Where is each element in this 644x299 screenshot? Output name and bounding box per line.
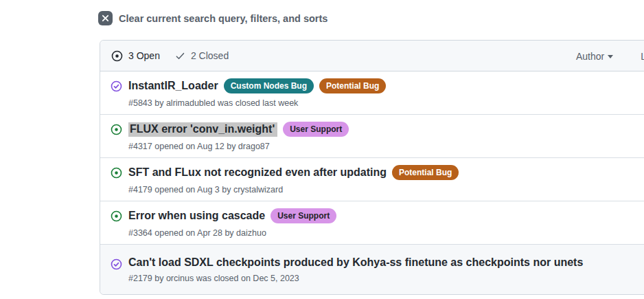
issue-title-link[interactable]: Error when using cascade: [128, 210, 265, 222]
issue-row[interactable]: InstantIR_Loader Custom Nodes Bug Potent…: [100, 71, 644, 115]
issue-row[interactable]: SFT and FLux not recognized even after u…: [100, 158, 644, 201]
clear-filters-label: Clear current search query, filters, and…: [119, 13, 327, 24]
issue-closed-icon: [111, 80, 122, 92]
issue-row[interactable]: Can't load SDXL checkpoints produced by …: [100, 245, 644, 294]
clear-filters-button[interactable]: Clear current search query, filters, and…: [98, 11, 327, 25]
issue-opened-icon: [111, 124, 122, 135]
label-pill-potential-bug[interactable]: Potential Bug: [319, 78, 386, 93]
close-icon: [98, 11, 113, 25]
issue-meta: #4317 opened on Aug 12 by drago87: [128, 142, 644, 151]
issue-opened-icon: [111, 210, 122, 222]
issue-title-link[interactable]: FLUX error 'conv_in.weight': [128, 122, 277, 137]
closed-count-label: 2 Closed: [191, 50, 229, 61]
issue-meta: #5843 by alrimadubled was closed last we…: [128, 98, 644, 108]
issue-meta: #4179 opened on Aug 3 by crystalwizard: [128, 185, 644, 195]
label-filter-dropdown[interactable]: Label: [641, 51, 644, 62]
chevron-down-icon: [608, 55, 613, 58]
issues-list-panel: 3 Open 2 Closed Author Label InstantIR_L…: [100, 40, 644, 295]
issue-title-link[interactable]: InstantIR_Loader: [128, 80, 218, 92]
issue-opened-icon: [111, 50, 123, 62]
open-count-label: 3 Open: [128, 50, 160, 61]
state-tabs: 3 Open 2 Closed: [111, 50, 229, 62]
issue-row[interactable]: FLUX error 'conv_in.weight' User Support…: [100, 115, 644, 158]
check-icon: [175, 51, 185, 61]
issue-closed-icon: [111, 258, 122, 270]
issues-list-header: 3 Open 2 Closed Author Label: [100, 41, 644, 71]
label-filter-label: Label: [641, 51, 644, 62]
issue-meta: #2179 by orcinus was closed on Dec 5, 20…: [128, 274, 644, 283]
issue-row[interactable]: Error when using cascade User Support #3…: [100, 201, 644, 245]
issue-title-link[interactable]: Can't load SDXL checkpoints produced by …: [128, 256, 583, 269]
label-pill-potential-bug[interactable]: Potential Bug: [392, 165, 459, 180]
tab-open-issues[interactable]: 3 Open: [111, 50, 160, 62]
issue-opened-icon: [111, 167, 122, 179]
label-pill-user-support[interactable]: User Support: [271, 208, 336, 223]
label-pill-user-support[interactable]: User Support: [283, 122, 349, 137]
tab-closed-issues[interactable]: 2 Closed: [175, 50, 229, 61]
filter-dropdowns: Author Label: [576, 41, 644, 71]
label-pill-custom-nodes-bug[interactable]: Custom Nodes Bug: [224, 78, 314, 93]
issue-title-link[interactable]: SFT and FLux not recognized even after u…: [128, 166, 387, 179]
author-filter-label: Author: [576, 51, 604, 62]
issue-meta: #3364 opened on Apr 28 by daizhuo: [128, 228, 644, 238]
author-filter-dropdown[interactable]: Author: [576, 51, 613, 62]
